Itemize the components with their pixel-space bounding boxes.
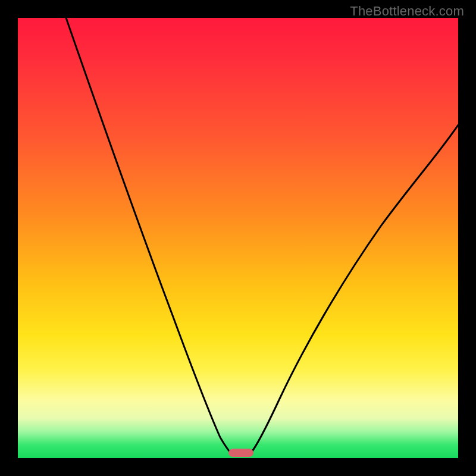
watermark-text: TheBottleneck.com [350, 4, 464, 19]
chart-frame: TheBottleneck.com [0, 0, 476, 476]
left-bottleneck-curve [66, 18, 232, 454]
curves-layer [18, 18, 458, 458]
plot-area [18, 18, 458, 458]
bottleneck-marker [228, 449, 253, 457]
right-bottleneck-curve [250, 125, 458, 454]
